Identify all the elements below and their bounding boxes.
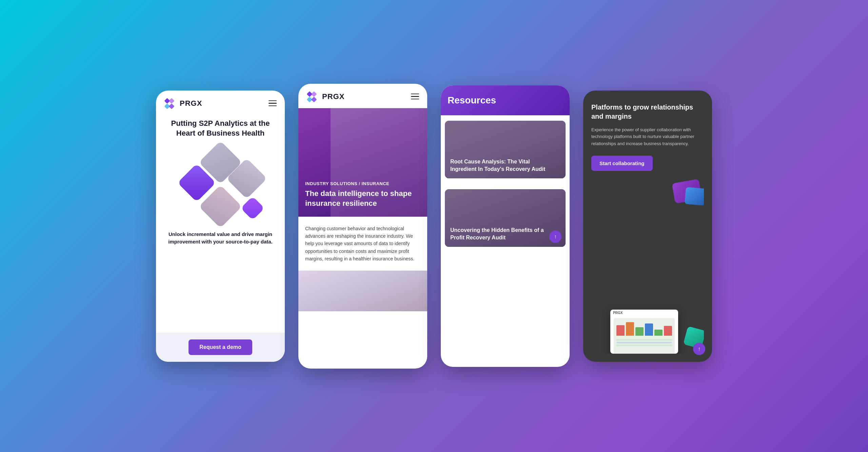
card1-title: Root Cause Analysis: The Vital Ingredien… — [450, 158, 552, 173]
bar-3 — [635, 327, 644, 335]
svg-rect-5 — [311, 91, 317, 97]
svg-rect-1 — [169, 98, 175, 104]
prgx-diamond-icon — [164, 97, 176, 110]
phone3-header: Resources — [441, 85, 570, 115]
bar-2 — [626, 322, 634, 336]
laptop-prgx-label: PRGX — [610, 310, 678, 315]
phone3-card1-image: Root Cause Analysis: The Vital Ingredien… — [445, 121, 566, 178]
phone4-laptop-visual: PRGX — [591, 178, 704, 354]
prgx-logo-1: PRGX — [164, 97, 202, 110]
prgx-logo-2: PRGX — [307, 91, 344, 103]
phone2-bottom-people — [298, 271, 427, 311]
phone3-card-2[interactable]: Uncovering the Hidden Benefits of a Prof… — [445, 189, 566, 247]
svg-rect-7 — [311, 97, 317, 102]
phone1-footer: Request a demo — [156, 333, 285, 362]
phone-4: Platforms to grow relationships and marg… — [583, 91, 712, 362]
card1-text: Root Cause Analysis: The Vital Ingredien… — [450, 158, 552, 173]
phone2-hero: INDUSTRY SOLUTIONS / INSURANCE The data … — [298, 108, 427, 217]
phone4-body: Platforms to grow relationships and marg… — [583, 91, 712, 362]
card2-title: Uncovering the Hidden Benefits of a Prof… — [450, 227, 552, 241]
phone3-card-1[interactable]: Root Cause Analysis: The Vital Ingredien… — [445, 121, 566, 178]
phone3-card2-image: Uncovering the Hidden Benefits of a Prof… — [445, 189, 566, 247]
phone1-header: PRGX — [156, 91, 285, 115]
phone2-hero-background: INDUSTRY SOLUTIONS / INSURANCE The data … — [298, 108, 427, 217]
arrow-up-icon-4: ↑ — [698, 346, 701, 352]
phone2-body: Changing customer behavior and technolog… — [298, 217, 427, 271]
phone2-hero-text-block: INDUSTRY SOLUTIONS / INSURANCE The data … — [305, 181, 420, 208]
scroll-up-button-3[interactable]: ↑ — [549, 231, 561, 243]
phone-1: PRGX Putting S2P Analytics at the Heart … — [156, 91, 285, 362]
svg-rect-3 — [169, 103, 175, 109]
laptop-body: PRGX — [610, 310, 678, 354]
phones-container: PRGX Putting S2P Analytics at the Heart … — [129, 63, 739, 389]
hamburger-menu-2[interactable] — [411, 94, 419, 100]
prgx-logo-text-2: PRGX — [322, 92, 344, 101]
diamond-small-right — [241, 196, 265, 220]
start-collaborating-button[interactable]: Start collaborating — [591, 156, 653, 171]
laptop-image: PRGX — [607, 299, 688, 354]
decorative-blue-card — [685, 187, 704, 205]
phone-3: Resources Root Cause Analysis: The Vital… — [441, 85, 570, 367]
arrow-up-icon-3: ↑ — [554, 234, 557, 240]
phone4-description: Experience the power of supplier collabo… — [591, 126, 704, 148]
scroll-up-button-4[interactable]: ↑ — [693, 343, 705, 355]
phone2-description: Changing customer behavior and technolog… — [305, 225, 420, 263]
bar-6 — [664, 326, 672, 336]
bar-4 — [645, 323, 653, 335]
phone2-category: INDUSTRY SOLUTIONS / INSURANCE — [305, 181, 420, 186]
phone4-title: Platforms to grow relationships and marg… — [591, 103, 704, 121]
card2-text: Uncovering the Hidden Benefits of a Prof… — [450, 227, 552, 241]
prgx-logo-text-1: PRGX — [180, 99, 202, 108]
phone-2: PRGX INDUSTRY SOLUTIONS / INSURANCE The … — [298, 84, 427, 369]
laptop-table — [614, 338, 675, 347]
diamond-collage — [176, 147, 264, 222]
bar-5 — [654, 330, 663, 336]
phone3-resources-title: Resources — [448, 95, 563, 106]
request-demo-button[interactable]: Request a demo — [189, 339, 252, 355]
laptop-screen — [614, 318, 675, 354]
phone2-header: PRGX — [298, 84, 427, 108]
bar-1 — [616, 325, 625, 336]
chart-bars — [614, 318, 675, 338]
hamburger-menu-1[interactable] — [269, 100, 277, 106]
phone1-title: Putting S2P Analytics at the Heart of Bu… — [156, 115, 285, 144]
prgx-diamond-icon-2 — [307, 91, 319, 103]
phone1-diamond-grid — [156, 144, 285, 225]
phone2-hero-title: The data intelligence to shape insurance… — [305, 189, 420, 208]
phone1-subtitle: Unlock incremental value and drive margi… — [156, 225, 285, 253]
